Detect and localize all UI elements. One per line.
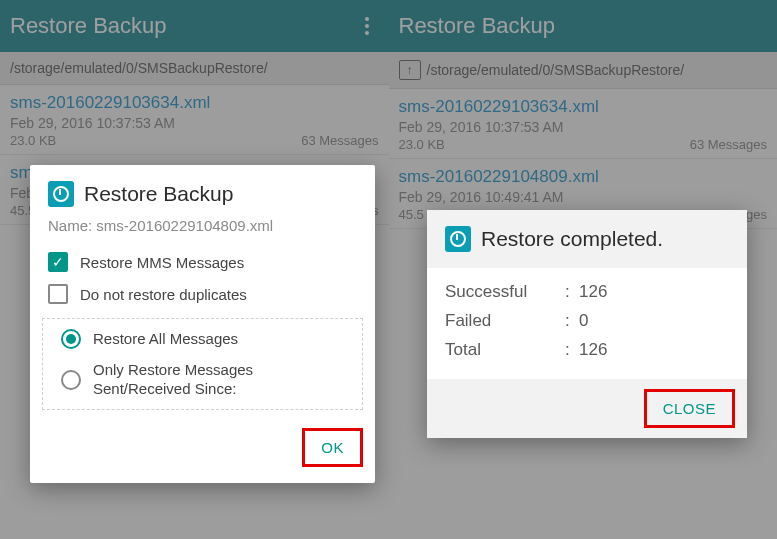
radio-icon: [61, 329, 81, 349]
radio-label: Restore All Messages: [93, 330, 238, 349]
radio-restore-since[interactable]: Only Restore Messages Sent/Received Sinc…: [43, 355, 362, 405]
checkbox-icon: [48, 284, 68, 304]
name-label: Name:: [48, 217, 92, 234]
stat-label: Successful: [445, 278, 565, 307]
radio-label: Only Restore Messages Sent/Received Sinc…: [93, 361, 344, 399]
stat-value: 126: [579, 336, 607, 365]
restore-completed-dialog: Restore completed. Successful : 126 Fail…: [427, 210, 747, 438]
stat-label: Total: [445, 336, 565, 365]
checkbox-icon: ✓: [48, 252, 68, 272]
highlight-box: OK: [302, 428, 363, 467]
app-icon: [48, 181, 74, 207]
checkbox-restore-mms[interactable]: ✓ Restore MMS Messages: [30, 246, 375, 278]
checkbox-label: Restore MMS Messages: [80, 254, 244, 271]
highlight-box: CLOSE: [644, 389, 735, 428]
ok-button[interactable]: OK: [305, 431, 360, 464]
close-button[interactable]: CLOSE: [647, 392, 732, 425]
stats-block: Successful : 126 Failed : 0 Total : 126: [427, 268, 747, 379]
stat-value: 126: [579, 278, 607, 307]
restore-options-dialog: Restore Backup Name: sms-20160229104809.…: [30, 165, 375, 483]
dialog-title: Restore Backup: [84, 182, 233, 206]
checkbox-no-duplicates[interactable]: Do not restore duplicates: [30, 278, 375, 310]
checkbox-label: Do not restore duplicates: [80, 286, 247, 303]
radio-group: Restore All Messages Only Restore Messag…: [42, 318, 363, 410]
stat-label: Failed: [445, 307, 565, 336]
app-icon: [445, 226, 471, 252]
dialog-title: Restore completed.: [481, 227, 663, 251]
radio-icon: [61, 370, 81, 390]
radio-restore-all[interactable]: Restore All Messages: [43, 323, 362, 355]
name-value: sms-20160229104809.xml: [96, 217, 273, 234]
stat-value: 0: [579, 307, 588, 336]
